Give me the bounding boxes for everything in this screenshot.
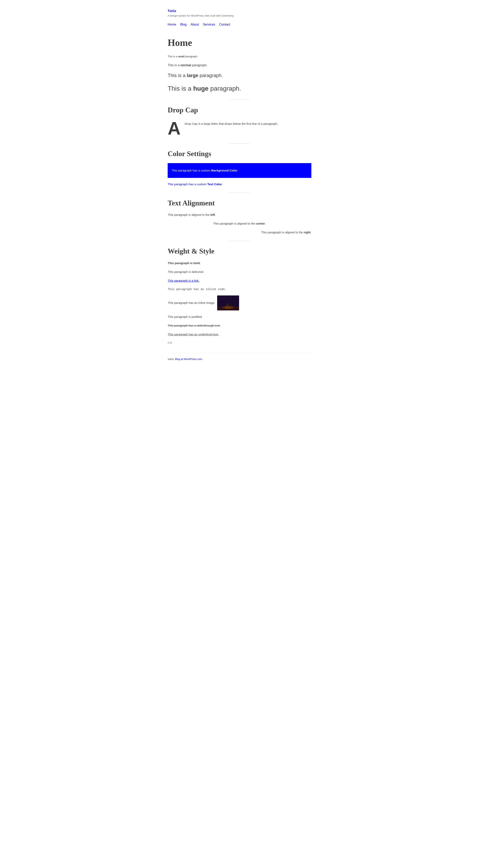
right-bold: right (304, 230, 311, 234)
footer-site-name: Varia (168, 358, 173, 361)
svg-point-3 (231, 297, 231, 297)
large-bold: large (187, 73, 198, 78)
nav-link-services[interactable]: Services (203, 23, 215, 26)
svg-point-10 (228, 300, 228, 301)
nav-list: Home Blog About Services Contact (168, 22, 311, 27)
link-paragraph: This paragraph is a link. (168, 278, 311, 283)
nav-item-services: Services (203, 22, 215, 27)
weight-style-heading: Weight & Style (168, 247, 311, 255)
align-left-paragraph: This paragraph is aligned to the left. (168, 212, 311, 217)
edit-link-container: Edit (168, 341, 311, 345)
svg-point-8 (234, 299, 234, 300)
paragraph-huge-block: This is a huge paragraph. (168, 84, 311, 94)
text-color-start: This paragraph has a custom (168, 183, 207, 186)
footer-blog-link[interactable]: Blog at WordPress.com. (175, 358, 203, 361)
page-title: Home (168, 37, 311, 49)
paragraph-large: This is a large paragraph. (168, 72, 311, 79)
paragraph-small-block: This is a small paragraph. (168, 55, 311, 59)
nav-item-home: Home (168, 22, 176, 27)
drop-cap-heading: Drop Cap (168, 106, 311, 114)
site-wrapper: Varia A design system for WordPress site… (160, 0, 319, 369)
site-footer: Varia. Blog at WordPress.com. (168, 353, 311, 361)
bold-paragraph: This paragraph is bold. (168, 261, 311, 266)
nav-item-blog: Blog (180, 22, 187, 27)
nav-item-about: About (191, 22, 199, 27)
site-branding: Varia A design system for WordPress site… (168, 4, 311, 18)
color-settings-section: Color Settings This paragraph has a cust… (168, 150, 311, 187)
nav-link-home[interactable]: Home (168, 23, 176, 26)
bg-color-text-bold: Background Color (211, 169, 237, 172)
nav-item-contact: Contact (219, 22, 230, 27)
left-bold: left (210, 213, 215, 216)
strikethrough-paragraph: This paragraph has a strikethrough text. (168, 323, 311, 328)
site-title-link[interactable]: Varia (168, 9, 176, 13)
main-navigation: Home Blog About Services Contact (168, 22, 311, 27)
underlined-paragraph: This paragraph has an underlined text. (168, 332, 311, 337)
nav-link-blog[interactable]: Blog (180, 23, 187, 26)
site-title: Varia (168, 8, 311, 14)
bold-text: This paragraph is bold. (168, 261, 200, 265)
paragraph-small: This is a small paragraph. (168, 55, 311, 59)
paragraph-normal-block: This is a normal paragraph. (168, 63, 311, 68)
color-settings-heading: Color Settings (168, 150, 311, 158)
text-color-paragraph: This paragraph has a custom Text Color. (168, 182, 311, 187)
text-color-end: . (222, 183, 223, 186)
align-center-paragraph: This paragraph is aligned to the center. (168, 221, 311, 226)
drop-cap-text: Drop Cap is a large letter that drops be… (185, 119, 278, 126)
svg-point-2 (226, 296, 226, 297)
svg-point-4 (235, 298, 235, 298)
svg-point-1 (221, 297, 222, 298)
huge-bold: huge (193, 85, 209, 92)
paragraph-huge: This is a huge paragraph. (168, 84, 311, 94)
paragraph-large-block: This is a large paragraph. (168, 72, 311, 79)
drop-cap-container: A Drop Cap is a large letter that drops … (168, 119, 311, 137)
normal-bold: normal (181, 63, 191, 67)
nav-link-about[interactable]: About (191, 23, 199, 26)
paragraph-normal: This is a normal paragraph. (168, 63, 311, 68)
small-bold: small (178, 55, 185, 58)
edit-link-anchor[interactable]: Edit (168, 341, 172, 344)
drop-cap-letter: A (168, 119, 181, 137)
site-description: A design system for WordPress sites buil… (168, 14, 311, 18)
image-paragraph-text: This paragraph has an inline image. (168, 301, 215, 305)
svg-point-18 (225, 307, 231, 309)
image-paragraph: This paragraph has an inline image. (168, 296, 311, 310)
justified-paragraph: This paragraph is justified. (168, 314, 311, 319)
bg-color-text-end: . (237, 169, 238, 172)
inline-image-svg (217, 296, 239, 310)
italic-text: This paragraph is italicized. (168, 270, 204, 274)
weight-style-section: Weight & Style This paragraph is bold. T… (168, 247, 311, 337)
bg-color-text-start: This paragraph has a custom (172, 169, 211, 172)
italic-paragraph: This paragraph is italicized. (168, 270, 311, 274)
text-alignment-section: Text Alignment This paragraph is aligned… (168, 199, 311, 235)
svg-point-6 (223, 298, 223, 299)
center-bold: center (256, 222, 265, 225)
content-area: Home This is a small paragraph. This is … (168, 37, 311, 345)
paragraph-link-anchor[interactable]: This paragraph is a link. (168, 279, 199, 282)
text-alignment-heading: Text Alignment (168, 199, 311, 208)
drop-cap-section: Drop Cap A Drop Cap is a large letter th… (168, 106, 311, 137)
separator-2 (229, 143, 250, 144)
code-paragraph: This paragraph has an inline code. (168, 287, 311, 291)
nav-link-contact[interactable]: Contact (219, 23, 230, 26)
text-color-bold: Text Color (207, 183, 222, 186)
inline-image (217, 296, 239, 310)
align-right-paragraph: This paragraph is aligned to the right. (168, 230, 311, 235)
svg-point-5 (237, 297, 237, 297)
background-color-block: This paragraph has a custom Background C… (168, 163, 311, 178)
